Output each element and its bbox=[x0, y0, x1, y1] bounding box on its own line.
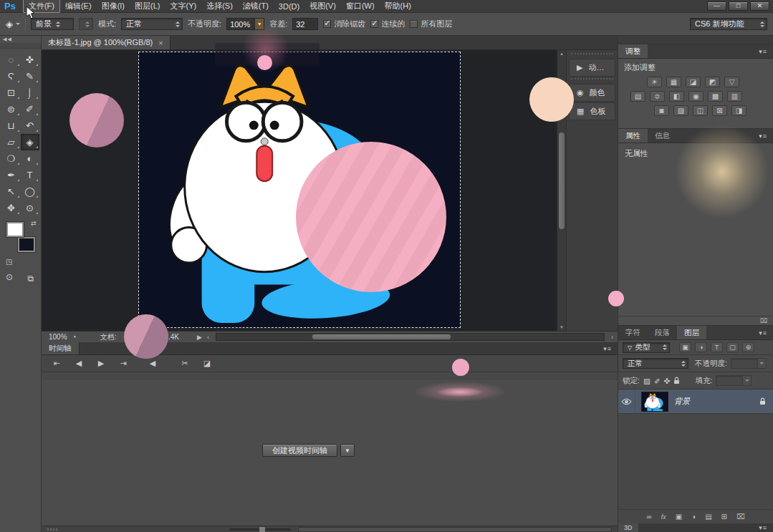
zoom-tool[interactable]: ⊙ bbox=[21, 200, 39, 216]
scroll-down-icon[interactable]: ▼ bbox=[560, 324, 564, 331]
color-balance-icon[interactable]: ≎ bbox=[650, 91, 665, 102]
layers-menu-icon[interactable]: ▾≡ bbox=[753, 326, 773, 339]
link-layers-icon[interactable]: ∞ bbox=[646, 513, 651, 521]
fill-source-select[interactable]: 前景 bbox=[31, 18, 74, 30]
swap-colors-icon[interactable]: ⇄ bbox=[31, 220, 37, 227]
mode-select[interactable]: 正常 bbox=[121, 18, 183, 30]
tolerance-input[interactable]: 32 bbox=[292, 18, 318, 30]
history-brush-tool[interactable]: ↶ bbox=[21, 117, 39, 134]
channel-mixer-icon[interactable]: ▩ bbox=[708, 91, 723, 102]
contiguous-checkbox[interactable] bbox=[370, 20, 378, 28]
clone-stamp-tool[interactable]: ⊔ bbox=[2, 117, 21, 134]
swatches-panel-button[interactable]: ▦ 色板 bbox=[569, 102, 615, 120]
close-tab-icon[interactable]: × bbox=[158, 39, 163, 47]
path-selection-tool[interactable]: ↖ bbox=[2, 183, 21, 200]
zoom-level[interactable]: 100% bbox=[49, 333, 67, 341]
timeline-menu-icon[interactable]: ▾≡ bbox=[597, 342, 618, 354]
tab-properties[interactable]: 属性 bbox=[618, 129, 648, 142]
layer-thumbnail[interactable] bbox=[641, 392, 668, 412]
levels-icon[interactable]: ▦ bbox=[666, 77, 681, 87]
gradient-map-icon[interactable]: ◨ bbox=[731, 105, 746, 116]
tab-layers[interactable]: 图层 bbox=[677, 326, 706, 339]
color-panel-button[interactable]: ◉ 颜色 bbox=[569, 84, 615, 102]
audio-mute-button[interactable]: ◀ bbox=[148, 359, 158, 368]
tab-paragraph[interactable]: 段落 bbox=[648, 326, 677, 339]
posterize-icon[interactable]: ▨ bbox=[673, 105, 688, 116]
screen-mode-icon[interactable]: ⧉ bbox=[27, 274, 34, 284]
menu-3d[interactable]: 3D(D) bbox=[274, 1, 304, 11]
menu-view[interactable]: 视图(V) bbox=[304, 0, 341, 12]
elliptical-marquee-tool[interactable]: ◌ bbox=[2, 52, 21, 68]
brush-tool[interactable]: ✐ bbox=[21, 101, 39, 117]
opacity-combo[interactable]: 100% ▼ bbox=[226, 18, 264, 30]
filter-pixel-layers-icon[interactable]: ▣ bbox=[679, 342, 691, 352]
vibrance-icon[interactable]: ▽ bbox=[724, 77, 739, 87]
exposure-icon[interactable]: ◩ bbox=[705, 77, 720, 87]
layer-row-background[interactable]: 背景 bbox=[618, 390, 773, 414]
quick-mask-icon[interactable]: ⊙ bbox=[6, 272, 13, 282]
layer-styles-icon[interactable]: fx bbox=[661, 513, 666, 521]
dodge-tool[interactable]: ◐ bbox=[21, 150, 39, 167]
document-tab[interactable]: 未标题-1.jpg @ 100%(RGB/8) × bbox=[42, 36, 171, 49]
frame-controls-icon[interactable] bbox=[47, 528, 57, 531]
dock-grip[interactable] bbox=[571, 78, 613, 82]
vertical-scroll-thumb[interactable] bbox=[559, 132, 565, 229]
create-video-timeline-button[interactable]: 创建视频时间轴 bbox=[262, 444, 337, 457]
layer-filter-select[interactable]: ▽ 类型 bbox=[623, 342, 670, 353]
new-adjustment-layer-icon[interactable]: ◑ bbox=[691, 513, 696, 521]
delete-adjustment-icon[interactable]: ⌧ bbox=[760, 317, 767, 324]
properties-menu-icon[interactable]: ▾≡ bbox=[753, 129, 773, 142]
curves-icon[interactable]: ◪ bbox=[686, 77, 701, 87]
lock-all-icon[interactable] bbox=[673, 377, 680, 385]
hand-tool[interactable]: ✥ bbox=[2, 200, 21, 216]
antialias-checkbox[interactable] bbox=[323, 20, 331, 28]
move-tool[interactable]: ✜ bbox=[21, 52, 39, 68]
all-layers-checkbox[interactable] bbox=[410, 20, 418, 28]
opacity-value[interactable]: 100% bbox=[226, 18, 255, 30]
play-button[interactable]: ▶ bbox=[96, 359, 106, 368]
timeline-zoom-slider[interactable] bbox=[229, 528, 291, 531]
new-group-icon[interactable]: ▤ bbox=[705, 513, 711, 521]
collapse-toolbar-icon[interactable]: ◀◀ bbox=[0, 36, 41, 43]
menu-image[interactable]: 图像(I) bbox=[97, 0, 130, 12]
menu-window[interactable]: 窗口(W) bbox=[341, 0, 380, 12]
quick-selection-tool[interactable]: ✎ bbox=[21, 68, 39, 84]
default-colors-icon[interactable]: ◳ bbox=[6, 258, 12, 266]
menu-file[interactable]: 文件(F) bbox=[23, 0, 60, 13]
lock-transparent-pixels-icon[interactable]: ▨ bbox=[643, 377, 650, 385]
pen-tool[interactable]: ✒ bbox=[2, 167, 21, 183]
layer-visibility-toggle[interactable] bbox=[618, 390, 635, 413]
transition-button[interactable]: ◪ bbox=[202, 359, 212, 368]
3d-menu-icon[interactable]: ▾≡ bbox=[753, 523, 773, 532]
zoom-slider-thumb[interactable] bbox=[259, 527, 265, 532]
filter-type-layers-icon[interactable]: T bbox=[711, 342, 723, 352]
eyedropper-tool[interactable]: ⌡ bbox=[21, 84, 39, 101]
foreground-color-swatch[interactable] bbox=[6, 222, 24, 237]
delete-layer-icon[interactable]: ⌧ bbox=[736, 513, 745, 521]
tab-character[interactable]: 字符 bbox=[618, 326, 648, 339]
antialias-checkbox-group[interactable]: 消除锯齿 bbox=[323, 19, 365, 29]
menu-select[interactable]: 选择(S) bbox=[201, 0, 238, 12]
minimize-button[interactable]: — bbox=[707, 1, 726, 11]
opacity-dropdown-icon[interactable]: ▼ bbox=[255, 18, 264, 30]
tab-3d[interactable]: 3D bbox=[618, 523, 638, 532]
horizontal-scrollbar[interactable] bbox=[216, 333, 605, 341]
next-frame-button[interactable]: ⇥ bbox=[118, 359, 128, 368]
timeline-scrollbar[interactable] bbox=[298, 527, 612, 532]
lock-image-pixels-icon[interactable]: ✐ bbox=[654, 377, 661, 385]
status-proxy-icon[interactable]: ▶ bbox=[197, 334, 202, 341]
threshold-icon[interactable]: ◫ bbox=[693, 105, 708, 116]
add-layer-mask-icon[interactable]: ▣ bbox=[676, 513, 682, 521]
filter-adjustment-layers-icon[interactable]: ◑ bbox=[695, 342, 707, 352]
blend-mode-select[interactable]: 正常 bbox=[623, 358, 688, 369]
healing-brush-tool[interactable]: ⊜ bbox=[2, 101, 21, 117]
workspace-select[interactable]: CS6 新增功能 bbox=[690, 18, 767, 30]
selective-color-icon[interactable]: ⊠ bbox=[712, 105, 727, 116]
actions-panel-button[interactable]: ▶ 动… bbox=[569, 59, 615, 77]
split-clip-button[interactable]: ✂ bbox=[180, 359, 190, 368]
tab-adjustments[interactable]: 调整 bbox=[618, 44, 648, 58]
blur-tool[interactable]: ❍ bbox=[2, 150, 21, 167]
black-white-icon[interactable]: ◧ bbox=[669, 91, 684, 102]
crop-tool[interactable]: ⊡ bbox=[2, 84, 21, 101]
color-lookup-icon[interactable]: ▥ bbox=[727, 91, 742, 102]
